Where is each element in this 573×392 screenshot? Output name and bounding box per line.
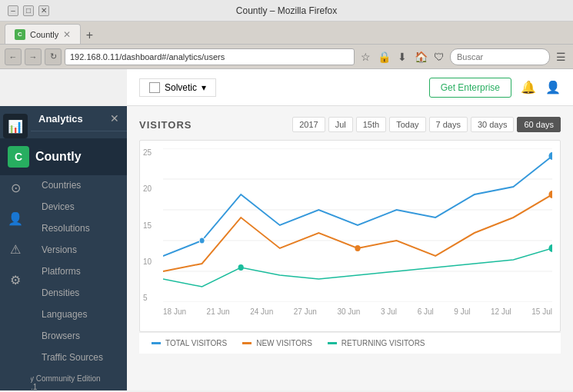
new-tab-button[interactable]: + xyxy=(81,27,98,44)
sidebar-item-devices[interactable]: Devices xyxy=(31,196,127,218)
back-button[interactable]: ← xyxy=(5,48,22,65)
workspace-arrow-icon: ▾ xyxy=(202,82,206,93)
sidebar-item-versions[interactable]: Versions xyxy=(31,239,127,261)
sidebar-item-browsers[interactable]: Browsers xyxy=(31,325,127,347)
sidebar-item-search-terms[interactable]: Search Terms xyxy=(31,368,127,375)
user-icon[interactable]: 👤 xyxy=(545,80,561,95)
svg-point-9 xyxy=(548,191,552,198)
y-axis-labels: 25 20 15 10 5 xyxy=(143,148,152,302)
filter-30days[interactable]: 30 days xyxy=(471,117,515,132)
lock-icon[interactable]: 🔒 xyxy=(376,49,391,65)
visitors-header: VISITORS 2017 Jul 15th Today 7 days 30 d… xyxy=(139,117,561,132)
search-bar[interactable] xyxy=(450,48,550,65)
filter-today[interactable]: Today xyxy=(389,117,425,132)
visitors-title: VISITORS xyxy=(139,119,192,131)
reload-button[interactable]: ↻ xyxy=(45,48,62,65)
visitors-area: VISITORS 2017 Jul 15th Today 7 days 30 d… xyxy=(127,106,573,390)
bookmark-icon[interactable]: ☆ xyxy=(358,49,373,65)
filter-7days[interactable]: 7 days xyxy=(429,117,468,132)
legend-new-visitors: NEW VISITORS xyxy=(242,339,312,347)
menu-icon[interactable]: ☰ xyxy=(553,49,568,65)
enterprise-button[interactable]: Get Enterprise xyxy=(429,78,511,98)
globe-sidebar-icon[interactable]: ⊙ xyxy=(3,175,28,200)
main-header: Solvetic ▾ Get Enterprise 🔔 👤 xyxy=(127,69,573,106)
logo-text: Countly xyxy=(35,150,82,164)
logo-bar: C Countly xyxy=(0,138,127,175)
legend-dot-total xyxy=(152,342,161,344)
chart-container: 25 20 15 10 5 xyxy=(139,140,561,332)
legend-label-returning: RETURNING VISITORS xyxy=(341,339,425,347)
browser-toolbar: ← → ↻ ☆ 🔒 ⬇ 🏠 🛡 ☰ xyxy=(0,45,573,69)
sidebar-item-languages[interactable]: Languages xyxy=(31,304,127,325)
filter-2017[interactable]: 2017 xyxy=(292,117,325,132)
visitors-chart xyxy=(163,148,552,302)
workspace-name: Solvetic xyxy=(165,82,197,93)
date-filters: 2017 Jul 15th Today 7 days 30 days 60 da… xyxy=(292,117,561,132)
window-title: Countly – Mozilla Firefox xyxy=(69,5,504,16)
maximize-button[interactable]: □ xyxy=(23,5,34,16)
legend-label-new: NEW VISITORS xyxy=(256,339,312,347)
legend-total-visitors: TOTAL VISITORS xyxy=(152,339,227,347)
svg-point-6 xyxy=(199,238,205,244)
filter-jul[interactable]: Jul xyxy=(328,117,353,132)
close-button[interactable]: ✕ xyxy=(38,5,49,16)
forward-button[interactable]: → xyxy=(25,48,42,65)
filter-60days[interactable]: 60 days xyxy=(517,117,561,132)
x-axis-labels: 18 Jun 21 Jun 24 Jun 27 Jun 30 Jun 3 Jul… xyxy=(163,304,552,316)
settings-sidebar-icon[interactable]: ⚙ xyxy=(3,267,28,292)
legend-label-total: TOTAL VISITORS xyxy=(165,339,227,347)
legend-dot-new xyxy=(242,342,252,344)
svg-point-11 xyxy=(548,244,552,252)
sidebar-header: Analytics ✕ xyxy=(31,106,127,131)
minimize-button[interactable]: – xyxy=(8,5,18,16)
legend-dot-returning xyxy=(328,342,337,344)
shield-icon[interactable]: 🛡 xyxy=(431,49,447,65)
analytics-sidebar-icon[interactable]: 📊 xyxy=(3,114,28,138)
sidebar-item-resolutions[interactable]: Resolutions xyxy=(31,218,127,239)
url-bar[interactable] xyxy=(65,48,355,65)
sidebar-item-densities[interactable]: Densities xyxy=(31,282,127,304)
users-sidebar-icon[interactable]: 👤 xyxy=(3,206,28,231)
tab-bar: C Countly ✕ + xyxy=(0,22,573,45)
window-titlebar: – □ ✕ Countly – Mozilla Firefox xyxy=(0,0,573,22)
bell-icon[interactable]: 🔔 xyxy=(521,80,536,95)
sidebar-item-countries[interactable]: Countries xyxy=(31,174,127,196)
workspace-checkbox[interactable] xyxy=(149,82,160,93)
chart-legend: TOTAL VISITORS NEW VISITORS RETURNING VI… xyxy=(139,332,561,354)
browser-tab[interactable]: C Countly ✕ xyxy=(5,24,81,44)
home-icon[interactable]: 🏠 xyxy=(413,49,428,65)
tab-close-button[interactable]: ✕ xyxy=(63,29,71,40)
filter-15th[interactable]: 15th xyxy=(356,117,386,132)
sidebar-title: Analytics xyxy=(38,113,83,125)
alert-sidebar-icon[interactable]: ⚠ xyxy=(3,237,28,261)
svg-point-8 xyxy=(355,245,360,251)
download-icon[interactable]: ⬇ xyxy=(395,49,410,65)
svg-point-10 xyxy=(238,264,244,271)
tab-title: Countly xyxy=(30,30,58,39)
sidebar-item-traffic-sources[interactable]: Traffic Sources xyxy=(31,347,127,368)
sidebar-close-button[interactable]: ✕ xyxy=(110,112,119,125)
logo-icon: C xyxy=(8,146,29,168)
sidebar-item-platforms[interactable]: Platforms xyxy=(31,261,127,282)
legend-returning-visitors: RETURNING VISITORS xyxy=(328,339,425,347)
tab-favicon: C xyxy=(15,29,25,40)
workspace-tab[interactable]: Solvetic ▾ xyxy=(139,78,216,97)
